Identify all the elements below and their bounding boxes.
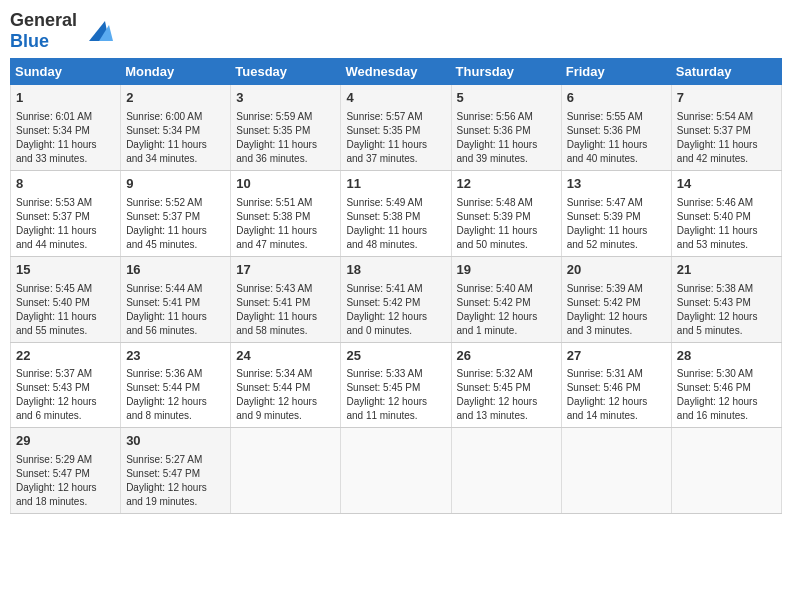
calendar-cell: 24Sunrise: 5:34 AMSunset: 5:44 PMDayligh… <box>231 342 341 428</box>
calendar-cell: 18Sunrise: 5:41 AMSunset: 5:42 PMDayligh… <box>341 256 451 342</box>
day-info: Sunrise: 5:43 AMSunset: 5:41 PMDaylight:… <box>236 282 335 338</box>
calendar-cell <box>231 428 341 514</box>
day-info: Sunrise: 5:29 AMSunset: 5:47 PMDaylight:… <box>16 453 115 509</box>
day-info: Sunrise: 6:01 AMSunset: 5:34 PMDaylight:… <box>16 110 115 166</box>
weekday-header-tuesday: Tuesday <box>231 59 341 85</box>
day-number: 20 <box>567 261 666 280</box>
day-info: Sunrise: 5:51 AMSunset: 5:38 PMDaylight:… <box>236 196 335 252</box>
day-number: 23 <box>126 347 225 366</box>
day-info: Sunrise: 5:46 AMSunset: 5:40 PMDaylight:… <box>677 196 776 252</box>
day-info: Sunrise: 6:00 AMSunset: 5:34 PMDaylight:… <box>126 110 225 166</box>
day-number: 22 <box>16 347 115 366</box>
calendar-cell: 17Sunrise: 5:43 AMSunset: 5:41 PMDayligh… <box>231 256 341 342</box>
day-number: 8 <box>16 175 115 194</box>
calendar-cell: 28Sunrise: 5:30 AMSunset: 5:46 PMDayligh… <box>671 342 781 428</box>
day-number: 29 <box>16 432 115 451</box>
day-info: Sunrise: 5:38 AMSunset: 5:43 PMDaylight:… <box>677 282 776 338</box>
day-number: 10 <box>236 175 335 194</box>
day-number: 15 <box>16 261 115 280</box>
calendar-cell: 29Sunrise: 5:29 AMSunset: 5:47 PMDayligh… <box>11 428 121 514</box>
day-number: 19 <box>457 261 556 280</box>
day-number: 17 <box>236 261 335 280</box>
calendar-cell: 11Sunrise: 5:49 AMSunset: 5:38 PMDayligh… <box>341 170 451 256</box>
week-row-1: 1Sunrise: 6:01 AMSunset: 5:34 PMDaylight… <box>11 85 782 171</box>
weekday-header-monday: Monday <box>121 59 231 85</box>
day-number: 24 <box>236 347 335 366</box>
weekday-header-thursday: Thursday <box>451 59 561 85</box>
calendar-cell <box>341 428 451 514</box>
day-info: Sunrise: 5:55 AMSunset: 5:36 PMDaylight:… <box>567 110 666 166</box>
day-info: Sunrise: 5:57 AMSunset: 5:35 PMDaylight:… <box>346 110 445 166</box>
weekday-header-friday: Friday <box>561 59 671 85</box>
week-row-5: 29Sunrise: 5:29 AMSunset: 5:47 PMDayligh… <box>11 428 782 514</box>
weekday-header-sunday: Sunday <box>11 59 121 85</box>
calendar-cell: 2Sunrise: 6:00 AMSunset: 5:34 PMDaylight… <box>121 85 231 171</box>
day-number: 9 <box>126 175 225 194</box>
day-info: Sunrise: 5:27 AMSunset: 5:47 PMDaylight:… <box>126 453 225 509</box>
day-info: Sunrise: 5:32 AMSunset: 5:45 PMDaylight:… <box>457 367 556 423</box>
day-info: Sunrise: 5:47 AMSunset: 5:39 PMDaylight:… <box>567 196 666 252</box>
day-info: Sunrise: 5:33 AMSunset: 5:45 PMDaylight:… <box>346 367 445 423</box>
weekday-header-saturday: Saturday <box>671 59 781 85</box>
day-number: 28 <box>677 347 776 366</box>
calendar-cell: 3Sunrise: 5:59 AMSunset: 5:35 PMDaylight… <box>231 85 341 171</box>
day-info: Sunrise: 5:39 AMSunset: 5:42 PMDaylight:… <box>567 282 666 338</box>
logo: General Blue <box>10 10 113 52</box>
day-info: Sunrise: 5:41 AMSunset: 5:42 PMDaylight:… <box>346 282 445 338</box>
day-info: Sunrise: 5:36 AMSunset: 5:44 PMDaylight:… <box>126 367 225 423</box>
week-row-2: 8Sunrise: 5:53 AMSunset: 5:37 PMDaylight… <box>11 170 782 256</box>
calendar-cell: 1Sunrise: 6:01 AMSunset: 5:34 PMDaylight… <box>11 85 121 171</box>
day-number: 25 <box>346 347 445 366</box>
calendar-cell: 19Sunrise: 5:40 AMSunset: 5:42 PMDayligh… <box>451 256 561 342</box>
day-number: 16 <box>126 261 225 280</box>
day-number: 3 <box>236 89 335 108</box>
calendar-cell: 27Sunrise: 5:31 AMSunset: 5:46 PMDayligh… <box>561 342 671 428</box>
calendar-cell: 13Sunrise: 5:47 AMSunset: 5:39 PMDayligh… <box>561 170 671 256</box>
day-number: 26 <box>457 347 556 366</box>
day-info: Sunrise: 5:31 AMSunset: 5:46 PMDaylight:… <box>567 367 666 423</box>
calendar-cell: 20Sunrise: 5:39 AMSunset: 5:42 PMDayligh… <box>561 256 671 342</box>
day-number: 21 <box>677 261 776 280</box>
calendar-cell: 5Sunrise: 5:56 AMSunset: 5:36 PMDaylight… <box>451 85 561 171</box>
day-number: 5 <box>457 89 556 108</box>
day-number: 11 <box>346 175 445 194</box>
day-info: Sunrise: 5:44 AMSunset: 5:41 PMDaylight:… <box>126 282 225 338</box>
calendar-cell: 26Sunrise: 5:32 AMSunset: 5:45 PMDayligh… <box>451 342 561 428</box>
calendar-cell: 12Sunrise: 5:48 AMSunset: 5:39 PMDayligh… <box>451 170 561 256</box>
calendar-cell: 6Sunrise: 5:55 AMSunset: 5:36 PMDaylight… <box>561 85 671 171</box>
weekday-header-wednesday: Wednesday <box>341 59 451 85</box>
calendar-cell: 14Sunrise: 5:46 AMSunset: 5:40 PMDayligh… <box>671 170 781 256</box>
day-info: Sunrise: 5:49 AMSunset: 5:38 PMDaylight:… <box>346 196 445 252</box>
weekday-header-row: SundayMondayTuesdayWednesdayThursdayFrid… <box>11 59 782 85</box>
day-info: Sunrise: 5:59 AMSunset: 5:35 PMDaylight:… <box>236 110 335 166</box>
day-info: Sunrise: 5:40 AMSunset: 5:42 PMDaylight:… <box>457 282 556 338</box>
day-number: 13 <box>567 175 666 194</box>
week-row-3: 15Sunrise: 5:45 AMSunset: 5:40 PMDayligh… <box>11 256 782 342</box>
calendar-cell: 10Sunrise: 5:51 AMSunset: 5:38 PMDayligh… <box>231 170 341 256</box>
calendar-cell: 23Sunrise: 5:36 AMSunset: 5:44 PMDayligh… <box>121 342 231 428</box>
calendar-cell: 16Sunrise: 5:44 AMSunset: 5:41 PMDayligh… <box>121 256 231 342</box>
calendar-cell: 4Sunrise: 5:57 AMSunset: 5:35 PMDaylight… <box>341 85 451 171</box>
logo-general-text: General <box>10 10 77 30</box>
day-number: 18 <box>346 261 445 280</box>
day-number: 14 <box>677 175 776 194</box>
calendar-cell: 7Sunrise: 5:54 AMSunset: 5:37 PMDaylight… <box>671 85 781 171</box>
day-number: 27 <box>567 347 666 366</box>
day-number: 4 <box>346 89 445 108</box>
day-number: 7 <box>677 89 776 108</box>
day-number: 30 <box>126 432 225 451</box>
day-info: Sunrise: 5:54 AMSunset: 5:37 PMDaylight:… <box>677 110 776 166</box>
calendar-cell <box>671 428 781 514</box>
day-info: Sunrise: 5:56 AMSunset: 5:36 PMDaylight:… <box>457 110 556 166</box>
calendar-cell: 25Sunrise: 5:33 AMSunset: 5:45 PMDayligh… <box>341 342 451 428</box>
day-number: 2 <box>126 89 225 108</box>
day-number: 12 <box>457 175 556 194</box>
calendar-cell <box>561 428 671 514</box>
day-number: 6 <box>567 89 666 108</box>
calendar-cell: 30Sunrise: 5:27 AMSunset: 5:47 PMDayligh… <box>121 428 231 514</box>
day-info: Sunrise: 5:34 AMSunset: 5:44 PMDaylight:… <box>236 367 335 423</box>
calendar-table: SundayMondayTuesdayWednesdayThursdayFrid… <box>10 58 782 514</box>
day-number: 1 <box>16 89 115 108</box>
day-info: Sunrise: 5:53 AMSunset: 5:37 PMDaylight:… <box>16 196 115 252</box>
day-info: Sunrise: 5:45 AMSunset: 5:40 PMDaylight:… <box>16 282 115 338</box>
